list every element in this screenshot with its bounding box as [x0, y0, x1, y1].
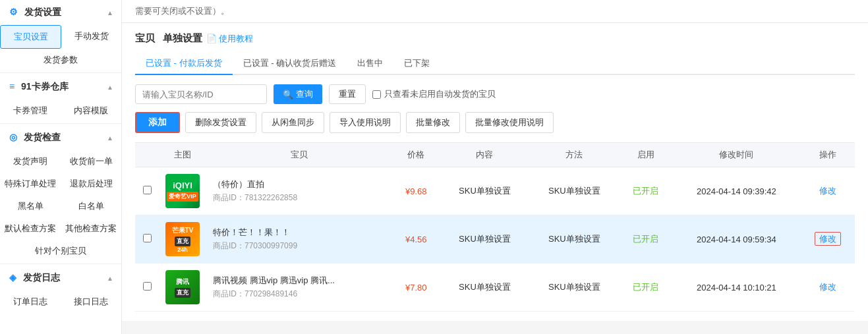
- filter-row: 🔍 查询 重置 只查看未启用自动发货的宝贝: [135, 84, 855, 104]
- chevron-up-icon-4: ▲: [107, 275, 113, 282]
- products-table: 主图 宝贝 价格 内容 方法 启用 修改时间 操作: [135, 142, 855, 312]
- page-title-part2: 单独设置: [163, 32, 202, 45]
- top-info-bar: 需要可关闭或不设置）。: [122, 0, 868, 23]
- delete-shipping-button[interactable]: 删除发货设置: [185, 112, 256, 133]
- sidebar-row-3: 卡券管理 内容模版: [0, 99, 121, 122]
- th-operation: 操作: [800, 143, 855, 167]
- sidebar-item-moren-jiancha[interactable]: 默认检查方案: [0, 217, 61, 240]
- sidebar-item-zhendui-baobei[interactable]: 针对个别宝贝: [0, 240, 121, 262]
- chevron-up-icon-3: ▲: [107, 134, 113, 142]
- gear-icon: ⚙: [9, 7, 18, 17]
- row1-thumbnail: iQIYI 爱奇艺VIP: [165, 174, 200, 208]
- row2-modify-time: 2024-04-14 09:59:34: [673, 215, 801, 264]
- tab-confirm[interactable]: 已设置 - 确认收货后赠送: [233, 53, 347, 75]
- sidebar-row-5: 特殊订单处理 退款后处理: [0, 173, 121, 195]
- document-icon: 📄: [206, 34, 217, 43]
- sidebar-item-fahuo-canshu[interactable]: 发货参数: [0, 49, 121, 71]
- sidebar-row-4: 发货声明 收货前一单: [0, 150, 121, 173]
- sidebar-section-rizhi[interactable]: ◈ 发货日志 ▲: [0, 265, 121, 291]
- row3-modify-link[interactable]: 修改: [819, 282, 836, 292]
- reset-button[interactable]: 重置: [329, 84, 366, 104]
- row3-checkbox-cell: [135, 264, 159, 312]
- th-enabled: 启用: [619, 143, 672, 167]
- tutorial-link[interactable]: 📄 使用教程: [206, 33, 253, 45]
- row3-method: SKU单独设置: [529, 264, 619, 312]
- page-title-part1: 宝贝: [135, 32, 155, 45]
- log-icon: ◈: [9, 272, 16, 283]
- sidebar-item-neirong-moban[interactable]: 内容模版: [61, 99, 121, 122]
- tab-paid[interactable]: 已设置 - 付款后发货: [135, 53, 233, 75]
- row1-modify-link[interactable]: 修改: [819, 186, 836, 196]
- chevron-up-icon: ▲: [107, 9, 113, 16]
- shield-icon: ◎: [9, 132, 17, 142]
- batch-modify-button[interactable]: 批量修改: [406, 112, 460, 133]
- th-price: 价格: [392, 143, 440, 167]
- row1-enabled: 已开启: [619, 167, 672, 215]
- tab-bar: 已设置 - 付款后发货 已设置 - 确认收货后赠送 出售中 已下架: [135, 53, 855, 75]
- row1-action: 修改: [800, 167, 855, 215]
- th-method: 方法: [529, 143, 619, 167]
- chevron-up-icon-2: ▲: [107, 84, 113, 91]
- th-image: 主图: [159, 143, 206, 167]
- row1-content: SKU单独设置: [440, 167, 529, 215]
- sidebar-row-8: 针对个别宝贝: [0, 240, 121, 262]
- add-button[interactable]: 添加: [135, 112, 180, 133]
- sidebar-section-kaquan[interactable]: ≡ 91卡券仓库 ▲: [0, 74, 121, 99]
- sidebar-item-bai-mingdan[interactable]: 白名单: [61, 195, 121, 217]
- sidebar-section-fahuo-shezhi[interactable]: ⚙ 发货设置 ▲: [0, 0, 121, 25]
- sidebar-item-shoushou-qian[interactable]: 收货前一单: [61, 150, 121, 173]
- sidebar-section-title: ⚙ 发货设置: [9, 7, 61, 18]
- row3-product-name: 腾讯视频 腾迅vip 腾迅vip 腾讯... 商品ID：770298489146: [206, 264, 392, 312]
- sidebar-item-fahuo-shengming[interactable]: 发货声明: [0, 150, 61, 173]
- row1-checkbox[interactable]: [143, 186, 152, 194]
- sidebar-item-dingdan-rizhi[interactable]: 订单日志: [0, 291, 61, 313]
- th-checkbox: [135, 143, 159, 167]
- row1-thumb: iQIYI 爱奇艺VIP: [159, 167, 206, 215]
- tab-selling[interactable]: 出售中: [347, 53, 393, 75]
- divider-3: [0, 264, 121, 264]
- table-row: 芒果TV 直充 24h 特价！芒！！果！！ 商品ID：770300997099 …: [135, 215, 855, 264]
- sync-xianyu-button[interactable]: 从闲鱼同步: [262, 112, 324, 133]
- table-header-row: 主图 宝贝 价格 内容 方法 启用 修改时间 操作: [135, 143, 855, 167]
- divider-1: [0, 72, 121, 73]
- row1-modify-time: 2024-04-14 09:39:42: [673, 167, 801, 215]
- sidebar-item-qita-jiancha[interactable]: 其他检查方案: [61, 217, 121, 240]
- list-icon: ≡: [9, 81, 14, 92]
- auto-shipping-checkbox[interactable]: [372, 90, 381, 99]
- row2-thumb: 芒果TV 直充 24h: [159, 215, 206, 264]
- table-row: 腾讯 直充 腾讯视频 腾迅vip 腾迅vip 腾讯... 商品ID：770298…: [135, 264, 855, 312]
- row2-thumbnail: 芒果TV 直充 24h: [165, 222, 200, 256]
- sidebar-row-7: 默认检查方案 其他检查方案: [0, 217, 121, 240]
- batch-modify-guide-button[interactable]: 批量修改使用说明: [465, 112, 554, 133]
- row2-method: SKU单独设置: [529, 215, 619, 264]
- import-guide-button[interactable]: 导入使用说明: [330, 112, 401, 133]
- row3-checkbox[interactable]: [143, 282, 152, 291]
- row2-modify-link[interactable]: 修改: [815, 232, 841, 246]
- sidebar-item-tuikuan-chuli[interactable]: 退款后处理: [61, 173, 121, 195]
- sidebar: ⚙ 发货设置 ▲ 宝贝设置 手动发货 发货参数 ≡ 91卡券仓库 ▲ 卡券管理 …: [0, 0, 122, 334]
- row1-checkbox-cell: [135, 167, 159, 215]
- tab-off[interactable]: 已下架: [393, 53, 440, 75]
- row3-price: ¥7.80: [392, 264, 440, 312]
- sidebar-item-baobei-shezhi[interactable]: 宝贝设置: [0, 25, 61, 49]
- sidebar-item-teshu-dingdan[interactable]: 特殊订单处理: [0, 173, 61, 195]
- sidebar-item-hei-mingdan[interactable]: 黑名单: [0, 195, 61, 217]
- row2-enabled: 已开启: [619, 215, 672, 264]
- sidebar-row-6: 黑名单 白名单: [0, 195, 121, 217]
- row2-checkbox[interactable]: [143, 234, 152, 242]
- auto-shipping-filter[interactable]: 只查看未启用自动发货的宝贝: [372, 88, 496, 100]
- sidebar-section-jiancha[interactable]: ◎ 发货检查 ▲: [0, 125, 121, 150]
- sidebar-section-title-3: ◎ 发货检查: [9, 132, 61, 144]
- sidebar-item-shoudong-fahuo[interactable]: 手动发货: [61, 25, 121, 49]
- row2-product-name: 特价！芒！！果！！ 商品ID：770300997099: [206, 215, 392, 264]
- row3-enabled: 已开启: [619, 264, 672, 312]
- row1-method: SKU单独设置: [529, 167, 619, 215]
- page-title-row: 宝贝 单独设置 📄 使用教程: [135, 32, 855, 45]
- sidebar-row-9: 订单日志 接口日志: [0, 291, 121, 313]
- search-icon: 🔍: [283, 90, 293, 99]
- search-input[interactable]: [135, 84, 267, 104]
- sidebar-section-title-4: ◈ 发货日志: [9, 272, 60, 284]
- sidebar-item-jiekou-rizhi[interactable]: 接口日志: [61, 291, 121, 313]
- sidebar-item-kaquan-guanli[interactable]: 卡券管理: [0, 99, 61, 122]
- search-button[interactable]: 🔍 查询: [274, 84, 322, 104]
